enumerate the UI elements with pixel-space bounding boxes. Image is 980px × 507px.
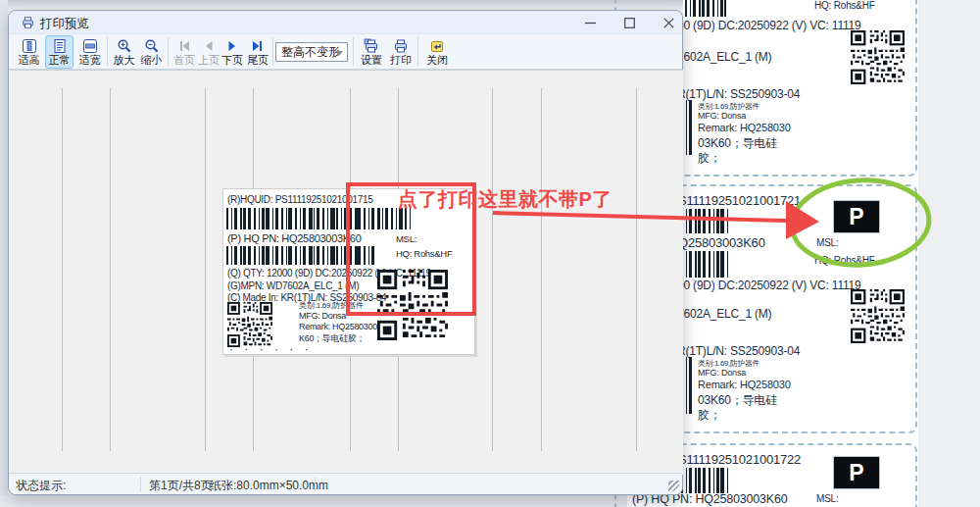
page-guide-line (541, 88, 542, 451)
lot-line: R(1T)L/N: SS250903-04 (677, 344, 800, 358)
background-window-bottom-edge (0, 495, 634, 507)
exit-icon (429, 38, 445, 54)
mfg-line: MFG: Donsa (698, 111, 746, 121)
status-hint-label: 状态提示: (16, 478, 66, 494)
normal-view-icon (52, 38, 68, 54)
print-settings-icon (364, 38, 379, 54)
annotation-arrow (485, 191, 823, 250)
qr-code (851, 289, 905, 343)
page-guide-line (110, 88, 111, 451)
chevron-down-icon (335, 51, 343, 56)
screen: HQ: Rohs&HF 00 (9D) DC:20250922 (V) VC: … (0, 0, 980, 507)
page-guide-line (205, 88, 206, 451)
barcode (681, 468, 730, 493)
remark-line-3: 胶； (698, 407, 721, 424)
rohs-text: HQ: Rohs&HF (814, 0, 875, 11)
print-settings-button[interactable]: 设置 (358, 35, 385, 69)
remark-line-3: 胶； (698, 150, 721, 167)
toolbar: 适高 正常 适宽 放大 缩小 首页 (9, 34, 682, 70)
barcode (681, 251, 730, 278)
normal-view-button[interactable]: 正常 (45, 35, 74, 69)
maximize-button[interactable] (618, 15, 640, 31)
mpn-line: 7602A_ELC_1 (M) (677, 50, 771, 64)
statusbar-separator (315, 477, 316, 492)
mfg-line: MFG: Donsa (299, 311, 346, 321)
qr-code (851, 30, 905, 84)
toolbar-separator (417, 37, 418, 66)
first-page-icon (176, 38, 192, 54)
minimize-icon (585, 18, 596, 28)
barcode (685, 0, 726, 17)
minimize-button[interactable] (579, 15, 601, 31)
toolbar-separator (107, 37, 108, 66)
mpn-line: (G)MPN: WD7602A_ELC_1 (M) (227, 280, 359, 291)
dialog-titlebar[interactable]: 打印预览 (9, 11, 682, 34)
mpn-line: 7602A_ELC_1 (M) (677, 307, 771, 321)
fit-height-button[interactable]: 适高 (15, 35, 43, 69)
scale-mode-select[interactable]: 整高不变形 (275, 42, 348, 62)
page-info: 第1页/共8页 (149, 478, 213, 494)
last-page-icon (250, 38, 266, 54)
close-preview-button[interactable]: 关闭 (421, 35, 453, 69)
dots-line: · · · · · · (229, 342, 313, 356)
next-page-button[interactable]: 下页 (220, 35, 244, 69)
background-window-top-edge (0, 0, 683, 10)
prev-page-button[interactable]: 上页 (197, 35, 220, 69)
toolbar-separator (168, 37, 169, 66)
next-page-icon (224, 38, 240, 54)
close-icon (663, 18, 674, 28)
scale-mode-value: 整高不变形 (281, 44, 340, 61)
msl-text: MSL: (816, 493, 839, 504)
toolbar-separator (272, 37, 273, 66)
p-mark: P (834, 457, 879, 488)
page-guide-line (636, 88, 637, 451)
fit-width-icon (82, 38, 98, 54)
resize-grip[interactable] (668, 481, 679, 491)
prev-page-icon (201, 38, 217, 54)
toolbar-separator (353, 37, 354, 66)
qr-code (226, 302, 273, 347)
status-bar: 状态提示: 第1页/共8页 纸张:80.0mm×50.0mm (9, 473, 682, 494)
page-guide-line (62, 88, 63, 451)
pn-line: (P) HQ PN: HQ25803003K60 (227, 232, 361, 244)
zoom-out-button[interactable]: 缩小 (138, 35, 165, 69)
lot-line: R(1T)L/N: SS250903-04 (677, 87, 800, 101)
fit-height-icon (22, 38, 37, 54)
fit-width-button[interactable]: 适宽 (75, 35, 104, 69)
qty-line: 00 (9D) DC:20250922 (V) VC: 11119 (677, 19, 861, 32)
maximize-icon (624, 18, 635, 28)
qty-line: 00 (9D) DC:20250922 (V) VC: 11119 (677, 279, 861, 292)
mfg-line: MFG: Donsa (698, 368, 746, 378)
page-guide-line (492, 88, 493, 451)
remark-line: Remark: HQ258030 (698, 379, 791, 390)
zoom-in-icon (117, 38, 132, 54)
background-window-left-edge (0, 0, 8, 507)
print-icon (393, 38, 409, 54)
statusbar-separator (140, 477, 141, 492)
remark-line: Remark: HQ258030 (698, 122, 791, 133)
dialog-title: 打印预览 (40, 16, 89, 32)
uid-line: S11119251021001722 (678, 452, 801, 467)
zoom-in-button[interactable]: 放大 (111, 35, 137, 69)
print-button[interactable]: 打印 (387, 35, 415, 69)
printer-icon (21, 16, 35, 29)
remark-line: Remark: HQ25803003 (299, 322, 382, 331)
last-page-button[interactable]: 尾页 (245, 35, 270, 69)
close-window-button[interactable] (658, 15, 679, 31)
zoom-out-icon (144, 38, 160, 54)
paper-size-info: 纸张:80.0mm×50.0mm (210, 478, 328, 494)
first-page-button[interactable]: 首页 (172, 35, 197, 69)
